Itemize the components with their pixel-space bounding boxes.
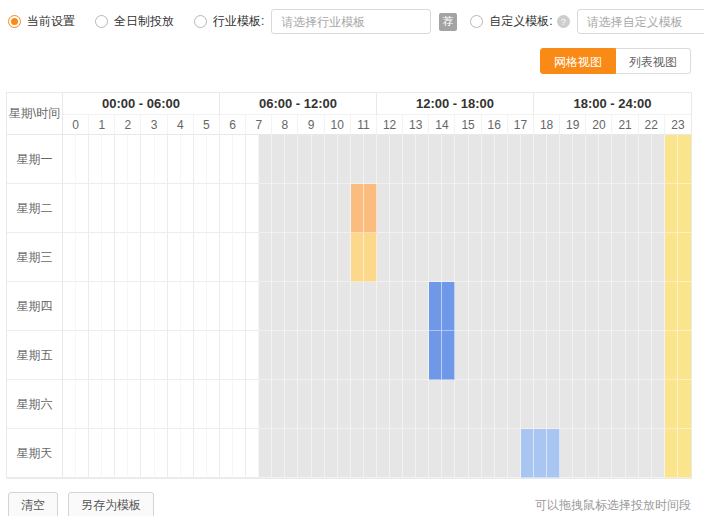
schedule-cell[interactable]: [639, 380, 652, 429]
schedule-cell[interactable]: [298, 135, 311, 184]
schedule-cell[interactable]: [508, 282, 521, 331]
schedule-cell[interactable]: [626, 184, 639, 233]
schedule-cell[interactable]: [89, 135, 102, 184]
schedule-cell[interactable]: [128, 429, 141, 478]
schedule-cell[interactable]: [547, 331, 560, 380]
schedule-cell[interactable]: [403, 380, 416, 429]
schedule-cell[interactable]: [573, 380, 586, 429]
schedule-cell[interactable]: [285, 184, 298, 233]
schedule-cell[interactable]: [220, 429, 233, 478]
schedule-cell[interactable]: [586, 184, 599, 233]
schedule-cell[interactable]: [455, 429, 468, 478]
schedule-cell[interactable]: [482, 135, 495, 184]
schedule-cell[interactable]: [207, 429, 220, 478]
radio-all-day[interactable]: 全日制投放: [95, 13, 174, 30]
schedule-cell[interactable]: [194, 331, 207, 380]
schedule-cell[interactable]: [102, 331, 115, 380]
schedule-cell[interactable]: [141, 282, 154, 331]
schedule-cell[interactable]: [586, 135, 599, 184]
schedule-cell[interactable]: [508, 380, 521, 429]
schedule-cell[interactable]: [351, 429, 364, 478]
schedule-cell[interactable]: [181, 380, 194, 429]
schedule-cell[interactable]: [508, 233, 521, 282]
schedule-cell[interactable]: [181, 331, 194, 380]
schedule-cell[interactable]: [207, 380, 220, 429]
schedule-cell[interactable]: [207, 233, 220, 282]
schedule-cell[interactable]: [246, 282, 259, 331]
schedule-cell[interactable]: [102, 184, 115, 233]
schedule-cell[interactable]: [403, 184, 416, 233]
schedule-cell[interactable]: [155, 233, 168, 282]
schedule-cell[interactable]: [429, 282, 442, 331]
schedule-cell[interactable]: [115, 233, 128, 282]
schedule-cell[interactable]: [259, 331, 272, 380]
schedule-cell[interactable]: [141, 331, 154, 380]
schedule-cell[interactable]: [429, 429, 442, 478]
schedule-cell[interactable]: [128, 282, 141, 331]
schedule-cell[interactable]: [612, 331, 625, 380]
schedule-cell[interactable]: [298, 429, 311, 478]
schedule-cell[interactable]: [377, 184, 390, 233]
schedule-cell[interactable]: [115, 429, 128, 478]
schedule-cell[interactable]: [63, 331, 76, 380]
schedule-cell[interactable]: [325, 135, 338, 184]
schedule-cell[interactable]: [560, 135, 573, 184]
schedule-cell[interactable]: [285, 380, 298, 429]
schedule-cell[interactable]: [233, 135, 246, 184]
schedule-cell[interactable]: [639, 184, 652, 233]
schedule-cell[interactable]: [482, 282, 495, 331]
schedule-cell[interactable]: [155, 380, 168, 429]
schedule-cell[interactable]: [560, 429, 573, 478]
schedule-cell[interactable]: [599, 233, 612, 282]
schedule-cell[interactable]: [560, 380, 573, 429]
schedule-cell[interactable]: [612, 135, 625, 184]
schedule-cell[interactable]: [298, 184, 311, 233]
schedule-cell[interactable]: [181, 233, 194, 282]
radio-current-settings[interactable]: 当前设置: [8, 13, 75, 30]
schedule-cell[interactable]: [560, 331, 573, 380]
schedule-cell[interactable]: [612, 184, 625, 233]
schedule-cell[interactable]: [285, 135, 298, 184]
schedule-cell[interactable]: [586, 282, 599, 331]
schedule-cell[interactable]: [194, 429, 207, 478]
schedule-cell[interactable]: [63, 429, 76, 478]
schedule-cell[interactable]: [233, 282, 246, 331]
schedule-cell[interactable]: [665, 380, 678, 429]
schedule-cell[interactable]: [390, 184, 403, 233]
schedule-cell[interactable]: [534, 135, 547, 184]
schedule-cell[interactable]: [678, 135, 691, 184]
schedule-cell[interactable]: [155, 184, 168, 233]
schedule-cell[interactable]: [76, 282, 89, 331]
schedule-cell[interactable]: [364, 233, 377, 282]
schedule-cell[interactable]: [403, 429, 416, 478]
schedule-cell[interactable]: [285, 282, 298, 331]
schedule-cell[interactable]: [168, 380, 181, 429]
schedule-cell[interactable]: [312, 135, 325, 184]
schedule-cell[interactable]: [298, 282, 311, 331]
radio-custom-template[interactable]: 自定义模板:: [470, 13, 552, 30]
schedule-cell[interactable]: [665, 429, 678, 478]
schedule-cell[interactable]: [390, 233, 403, 282]
schedule-cell[interactable]: [168, 282, 181, 331]
schedule-cell[interactable]: [665, 135, 678, 184]
schedule-cell[interactable]: [508, 331, 521, 380]
schedule-cell[interactable]: [102, 135, 115, 184]
schedule-cell[interactable]: [141, 135, 154, 184]
schedule-cell[interactable]: [586, 233, 599, 282]
schedule-cell[interactable]: [495, 233, 508, 282]
schedule-cell[interactable]: [155, 135, 168, 184]
schedule-cell[interactable]: [364, 184, 377, 233]
schedule-cell[interactable]: [534, 429, 547, 478]
schedule-cell[interactable]: [442, 429, 455, 478]
schedule-cell[interactable]: [89, 233, 102, 282]
schedule-cell[interactable]: [416, 282, 429, 331]
schedule-cell[interactable]: [377, 380, 390, 429]
schedule-cell[interactable]: [612, 429, 625, 478]
schedule-cell[interactable]: [168, 135, 181, 184]
schedule-cell[interactable]: [626, 429, 639, 478]
schedule-cell[interactable]: [76, 429, 89, 478]
schedule-cell[interactable]: [312, 233, 325, 282]
schedule-cell[interactable]: [455, 233, 468, 282]
schedule-cell[interactable]: [652, 331, 665, 380]
schedule-cell[interactable]: [298, 380, 311, 429]
